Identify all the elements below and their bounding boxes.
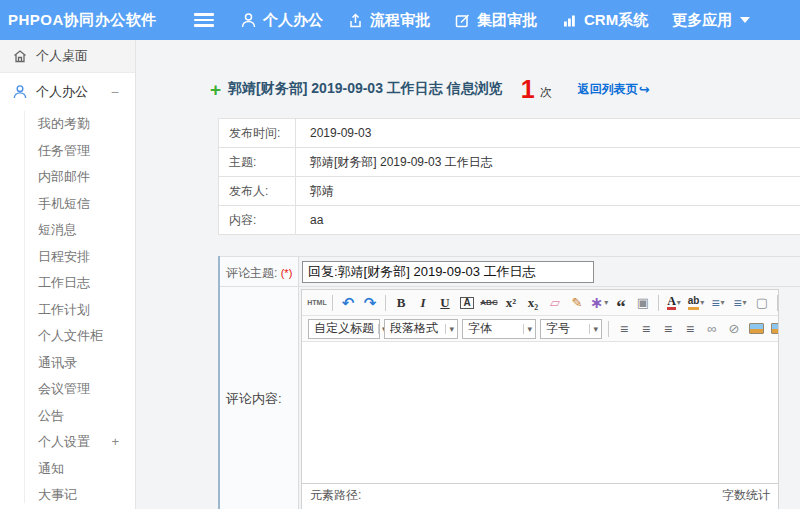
ordered-list-icon[interactable]: ≡▾: [708, 293, 728, 313]
toolbar-separator: [332, 295, 333, 311]
chevron-down-icon: ▾: [445, 324, 454, 334]
sidebar-section-personal-office[interactable]: 个人办公 −: [0, 73, 135, 111]
align-justify-icon[interactable]: ≡: [680, 319, 700, 339]
toolbar-separator: [608, 321, 609, 337]
toolbar-separator: [658, 295, 659, 311]
subscript-icon[interactable]: x₂: [523, 293, 543, 313]
person-icon: [240, 12, 257, 29]
redo-icon[interactable]: ↷: [360, 293, 380, 313]
chevron-down-icon: ▾: [721, 298, 725, 307]
nav-crm-system[interactable]: CRM系统: [561, 11, 648, 30]
sidebar-item-short-message[interactable]: 短消息: [0, 217, 135, 244]
editor-toolbar-row1: HTML↶↷BIUAABCx²x₂▱✎∗▾“▣A▾ab▾≡▾≡▾▢: [302, 290, 778, 316]
font-family-select[interactable]: 字体▾: [462, 319, 536, 339]
main-content: + 郭靖[财务部] 2019-09-03 工作日志 信息浏览 1 次 返回列表页…: [136, 40, 800, 509]
font-border-icon[interactable]: A: [457, 293, 477, 313]
editor-canvas[interactable]: [302, 342, 778, 483]
strikethrough-icon[interactable]: ABC: [479, 293, 499, 313]
editor-statusbar: 元素路径: 字数统计: [302, 483, 778, 509]
comment-subject-label: 评论主题: (*): [220, 256, 299, 286]
comment-content-label: 评论内容:: [220, 286, 299, 509]
chevron-down-icon: ▾: [677, 298, 681, 307]
top-nav: 个人办公 流程审批 集团审批 CRM系统 更多应用: [240, 11, 774, 30]
sidebar-item-personal-desktop[interactable]: 个人桌面: [0, 40, 135, 73]
info-row-subject: 主题:郭靖[财务部] 2019-09-03 工作日志: [219, 148, 800, 177]
sidebar-item-internal-mail[interactable]: 内部邮件: [0, 164, 135, 191]
back-to-list-link[interactable]: 返回列表页 ↪: [578, 81, 650, 98]
chevron-down-icon: ▾: [589, 324, 598, 334]
flow-share-icon: [347, 12, 364, 29]
sidebar-item-contacts[interactable]: 通讯录: [0, 350, 135, 377]
info-row-publish-time: 发布时间:2019-09-03: [219, 119, 800, 148]
info-row-content: 内容:aa: [219, 206, 800, 235]
chevron-down-icon: ▾: [523, 324, 532, 334]
align-center-icon[interactable]: ≡: [636, 319, 656, 339]
highlight-color-icon[interactable]: ab▾: [686, 293, 706, 313]
chevron-down-icon: [740, 17, 750, 23]
collapse-icon[interactable]: −: [111, 84, 119, 100]
align-left-icon[interactable]: ≡: [614, 319, 634, 339]
superscript-icon[interactable]: x²: [501, 293, 521, 313]
required-mark: (*): [281, 267, 293, 279]
menu-toggle-icon[interactable]: [194, 13, 214, 27]
word-count-link[interactable]: 字数统计: [722, 487, 770, 504]
sidebar-item-personal-file-cabinet[interactable]: 个人文件柜: [0, 323, 135, 350]
view-count: 1: [521, 77, 535, 102]
undo-icon[interactable]: ↶: [338, 293, 358, 313]
page-title: 郭靖[财务部] 2019-09-03 工作日志 信息浏览: [228, 80, 503, 98]
sidebar-item-notification[interactable]: 通知: [0, 456, 135, 483]
unordered-list-icon[interactable]: ≡▾: [730, 293, 750, 313]
bold-icon[interactable]: B: [391, 293, 411, 313]
back-arrow-icon: ↪: [639, 82, 650, 97]
rich-text-editor: HTML↶↷BIUAABCx²x₂▱✎∗▾“▣A▾ab▾≡▾≡▾▢ 自定义标题▾…: [301, 289, 779, 509]
eraser-icon[interactable]: ▱: [545, 293, 565, 313]
screenshot-icon[interactable]: [768, 319, 778, 339]
sidebar-item-schedule[interactable]: 日程安排: [0, 244, 135, 271]
auto-typeset-icon[interactable]: ∗▾: [589, 293, 609, 313]
html-source-button[interactable]: HTML: [307, 293, 327, 313]
comment-subject-input[interactable]: [302, 261, 594, 283]
blockquote-icon[interactable]: “: [611, 293, 631, 313]
link-icon[interactable]: ∞: [702, 319, 722, 339]
nav-group-approval[interactable]: 集团审批: [454, 11, 537, 30]
sidebar-item-mobile-sms[interactable]: 手机短信: [0, 191, 135, 218]
expand-icon[interactable]: +: [111, 429, 119, 456]
chevron-down-icon: ▾: [700, 298, 704, 307]
underline-icon[interactable]: U: [435, 293, 455, 313]
editor-toolbar-row2: 自定义标题▾段落格式▾字体▾字号▾≡≡≡≡∞⊘▦: [302, 316, 778, 342]
font-color-icon[interactable]: A▾: [664, 293, 684, 313]
sidebar-item-work-log[interactable]: 工作日志: [0, 270, 135, 297]
info-row-publisher: 发布人:郭靖: [219, 177, 800, 206]
comment-content-row: 评论内容: HTML↶↷BIUAABCx²x₂▱✎∗▾“▣A▾ab▾≡▾≡▾▢ …: [220, 286, 800, 509]
nav-more-apps[interactable]: 更多应用: [672, 11, 750, 30]
paragraph-format-select[interactable]: 段落格式▾: [384, 319, 458, 339]
unlink-icon[interactable]: ⊘: [724, 319, 744, 339]
nav-workflow-approval[interactable]: 流程审批: [347, 11, 430, 30]
home-icon: [12, 48, 28, 64]
italic-icon[interactable]: I: [413, 293, 433, 313]
topbar: PHPOA协同办公软件 个人办公 流程审批 集团审批 CRM系统 更多应用: [0, 0, 800, 40]
toolbar-separator: [777, 295, 778, 311]
toolbar-separator: [385, 295, 386, 311]
chevron-down-icon: ▾: [604, 298, 608, 307]
app-window: PHPOA协同办公软件 个人办公 流程审批 集团审批 CRM系统 更多应用: [0, 0, 800, 509]
sidebar-item-announcement[interactable]: 公告: [0, 403, 135, 430]
format-painter-icon[interactable]: ✎: [567, 293, 587, 313]
align-right-icon[interactable]: ≡: [658, 319, 678, 339]
insert-image-icon[interactable]: [746, 319, 766, 339]
sidebar-item-task-management[interactable]: 任务管理: [0, 138, 135, 165]
sidebar-item-personal-settings[interactable]: 个人设置+: [0, 429, 135, 456]
comment-subject-row: 评论主题: (*): [220, 256, 800, 286]
chevron-down-icon: ▾: [743, 298, 747, 307]
paste-plain-icon[interactable]: ▣: [633, 293, 653, 313]
heading-select[interactable]: 自定义标题▾: [308, 319, 380, 339]
font-size-select[interactable]: 字号▾: [540, 319, 602, 339]
app-logo[interactable]: PHPOA协同办公软件: [0, 11, 186, 30]
sidebar-item-memorabilia[interactable]: 大事记: [0, 482, 135, 509]
blank-doc-icon[interactable]: ▢: [752, 293, 772, 313]
sidebar: 个人桌面 个人办公 − 我的考勤任务管理内部邮件手机短信短消息日程安排工作日志工…: [0, 40, 136, 509]
sidebar-item-work-plan[interactable]: 工作计划: [0, 297, 135, 324]
nav-personal-office[interactable]: 个人办公: [240, 11, 323, 30]
sidebar-item-my-attendance[interactable]: 我的考勤: [0, 111, 135, 138]
sidebar-item-meeting-management[interactable]: 会议管理: [0, 376, 135, 403]
